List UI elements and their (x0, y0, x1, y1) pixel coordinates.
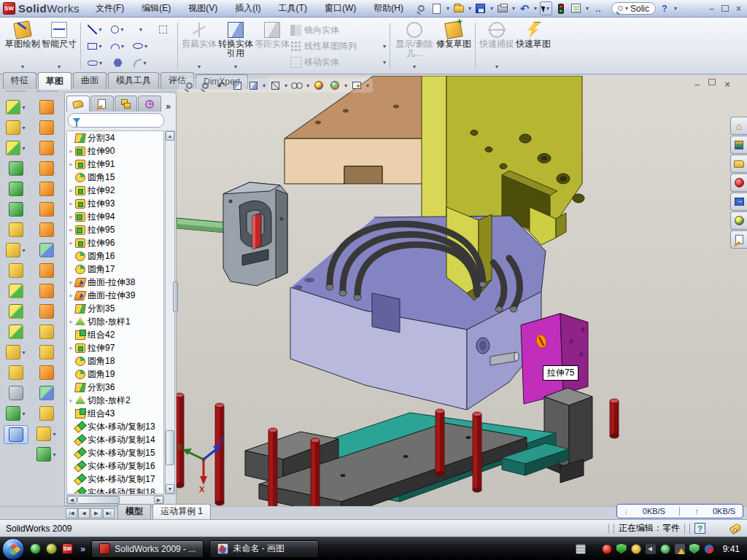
tree-horizontal-scrollbar[interactable]: ◀ ▶ (66, 495, 164, 505)
fm-tab-configurationmanager[interactable] (115, 96, 138, 112)
ft1-combine-button[interactable] (1, 281, 31, 301)
app-minimize-button[interactable]: – (709, 4, 714, 14)
ft1-shell-button[interactable] (1, 179, 31, 199)
tree-item[interactable]: ▸拉伸92 (67, 184, 163, 197)
instant3d-button[interactable] (4, 425, 28, 444)
ft2-ref-geometry-button[interactable]: ▾ (32, 424, 61, 444)
ft2-lofted-cut-button[interactable] (32, 199, 61, 219)
ft2-revolved-boss-button[interactable] (32, 117, 61, 138)
scene-dropdown[interactable]: ▾ (344, 82, 347, 89)
menu-window[interactable]: 窗口(W) (316, 0, 365, 17)
ft2-delete-body-button[interactable] (32, 301, 61, 322)
ft1-linear-pattern-button[interactable]: ▾ (1, 240, 31, 260)
previous-view-button[interactable]: ↶ (214, 79, 228, 92)
sketch-settings-button[interactable] (349, 79, 364, 92)
document-window-controls[interactable]: – × (694, 79, 730, 90)
tree-item[interactable]: 组合42 (67, 328, 163, 341)
mirror-entities-button[interactable]: 镜向实体 (290, 23, 387, 37)
ft1-boss-extrude-button[interactable]: ▾ (1, 97, 31, 117)
circle-dropdown[interactable]: ▾ (120, 26, 123, 33)
tree-item[interactable]: 实体-移动/复制14 (67, 433, 163, 446)
taskbar-window-solidworks[interactable]: SolidWorks 2009 - ... (91, 540, 204, 558)
task-pane-tab-custom-properties[interactable] (730, 230, 747, 249)
menu-view[interactable]: 视图(V) (179, 0, 226, 17)
menu-insert[interactable]: 插入(I) (226, 0, 269, 17)
task-pane-tab-solidworks-toolbox[interactable] (730, 174, 747, 192)
expand-arrow-icon[interactable]: ▸ (67, 397, 75, 404)
tree-item[interactable]: 圆角18 (67, 354, 163, 368)
vscroll-thumb[interactable] (166, 430, 174, 465)
ft1-extruded-cut-button[interactable]: ▾ (1, 117, 31, 138)
curve-dropdown[interactable]: ▾ (53, 451, 55, 458)
tray-volume-icon[interactable] (646, 544, 656, 554)
tree-item[interactable]: 实体-移动/复制15 (67, 446, 163, 459)
hide-show-items-dropdown[interactable]: ▾ (306, 82, 309, 89)
boss-extrude-dropdown[interactable]: ▾ (22, 104, 25, 111)
expand-arrow-icon[interactable]: ▸ (67, 213, 75, 220)
ft2-move-face-button[interactable] (32, 362, 61, 383)
expand-arrow-icon[interactable]: ▸ (67, 160, 75, 168)
tree-item[interactable]: ▸切除-放样1 (67, 315, 163, 328)
appearances-button[interactable] (311, 79, 326, 92)
scene-button[interactable] (328, 79, 342, 92)
app-close-button[interactable]: × (736, 4, 741, 14)
tree-item[interactable]: ▸拉伸93 (67, 197, 163, 210)
hide-show-items-button[interactable] (290, 79, 304, 92)
panel-splitter-handle[interactable] (173, 281, 178, 312)
ft2-intersect-button[interactable] (32, 383, 61, 403)
display-style-dropdown[interactable]: ▾ (285, 82, 287, 89)
tree-item[interactable]: 实体-移动/复制18 (67, 486, 163, 494)
doc-minimize-button[interactable]: – (694, 79, 700, 90)
expand-arrow-icon[interactable]: ▸ (67, 200, 75, 207)
expand-arrow-icon[interactable]: ▸ (67, 187, 75, 194)
graphics-viewport[interactable]: Y Z X (177, 76, 747, 506)
tray-certificate-icon[interactable] (631, 544, 641, 554)
ellipse-tool-button[interactable]: ▾ (129, 38, 152, 55)
tree-item[interactable]: ▸切除-放样2 (67, 394, 163, 407)
print-dropdown[interactable]: ▾ (512, 5, 515, 12)
fm-tab-propertymanager[interactable] (90, 96, 114, 112)
rectangle-tool-button[interactable]: ▾ (84, 38, 107, 55)
menu-tools[interactable]: 工具(T) (270, 0, 316, 17)
quick-launch-chevron[interactable]: » (80, 543, 85, 554)
offset-entities-button[interactable]: 等距实体 (254, 20, 290, 72)
display-style-button[interactable] (268, 79, 282, 92)
tree-item[interactable]: ▸拉伸97 (67, 341, 163, 354)
tree-item[interactable]: ▸拉伸90 (67, 144, 163, 158)
tree-item[interactable]: 圆角16 (67, 249, 163, 262)
spline-tool-button[interactable]: ▾ (129, 21, 152, 38)
tree-item[interactable]: 实体-移动/复制16 (67, 459, 163, 472)
tab-mold-tools[interactable]: 模具工具 (108, 72, 159, 89)
expand-arrow-icon[interactable]: ▸ (67, 147, 75, 155)
circle-tool-button[interactable]: ▾ (107, 21, 129, 38)
tree-item[interactable]: ▸曲面-拉伸38 (67, 276, 163, 289)
tree-item[interactable]: 圆角15 (67, 171, 163, 184)
quick-tips-button[interactable]: ? (694, 523, 705, 534)
ft1-reference-axis-button[interactable] (1, 383, 31, 403)
slot-dropdown[interactable]: ▾ (99, 60, 102, 66)
tags-icon[interactable] (729, 522, 742, 534)
toolbar-pin-icon[interactable] (415, 2, 428, 15)
doc-close-button[interactable]: × (724, 79, 730, 90)
sketch-button[interactable]: 草图绘制▾ (4, 20, 41, 72)
tree-item[interactable]: 实体-移动/复制17 (67, 472, 163, 486)
slot-tool-button[interactable]: ▾ (84, 55, 107, 71)
help-button[interactable]: ? (658, 2, 671, 15)
ft1-fillet-button[interactable]: ▾ (1, 138, 31, 158)
display-delete-relations-button[interactable]: 显示/删除几...▾ (393, 20, 436, 72)
tab-surfaces[interactable]: 曲面 (73, 72, 107, 89)
quick-launch-sphere-icon[interactable] (46, 543, 57, 554)
point-tool-button[interactable] (152, 55, 174, 71)
repair-sketch-button[interactable]: 修复草图 (436, 20, 472, 72)
menu-file[interactable]: 文件(F) (87, 0, 133, 17)
tray-security-center-icon[interactable] (616, 544, 627, 554)
section-view-button[interactable] (230, 79, 244, 92)
options-button[interactable] (570, 2, 583, 15)
last-tab-button[interactable]: ▶| (103, 508, 115, 518)
tree-item[interactable]: 圆角17 (67, 262, 163, 276)
fm-tabs-expand-button[interactable]: » (162, 101, 174, 112)
ft1-hole-wizard-button[interactable] (1, 219, 31, 240)
selection-box-tool-button[interactable] (152, 21, 174, 38)
open-file-dropdown[interactable]: ▾ (468, 5, 471, 12)
undo-button[interactable]: ↶ (518, 2, 531, 15)
